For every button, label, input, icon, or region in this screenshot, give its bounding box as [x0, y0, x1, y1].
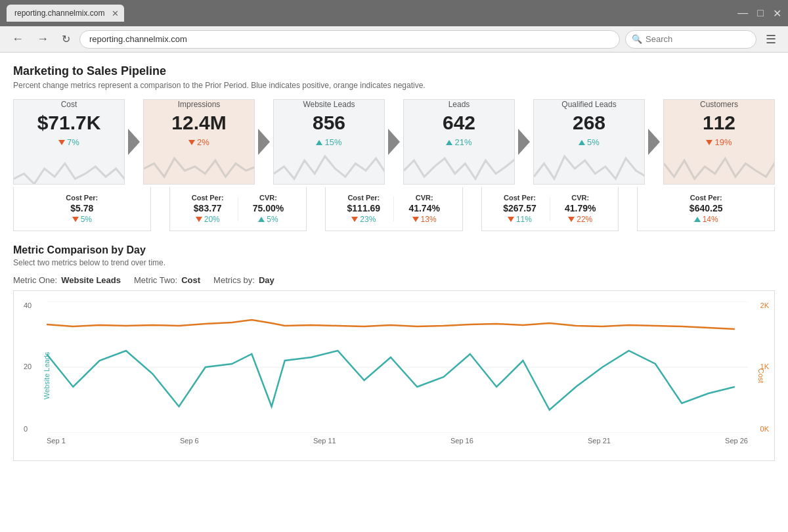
card-label: Impressions — [144, 100, 254, 109]
stat-arrow-spacer — [307, 187, 325, 231]
x-tick-sep6: Sep 6 — [180, 437, 199, 445]
page-subtitle: Percent change metrics represent a compa… — [13, 81, 775, 90]
pipeline-card-leads[interactable]: Leads 642 21% — [403, 99, 515, 185]
y-label-right: Cost — [758, 368, 766, 384]
card-value: 268 — [534, 112, 644, 133]
chart-container: Website Leads Cost 40 20 0 2K 1K 0K — [13, 290, 775, 461]
pipeline-arrow — [125, 99, 143, 185]
stat-label-2: CVR: — [394, 194, 454, 202]
pipeline-card-website-leads[interactable]: Website Leads 856 15% — [273, 99, 385, 185]
stat-change-2: 5% — [238, 215, 298, 224]
stat-change: 14% — [646, 215, 766, 224]
address-bar[interactable] — [79, 30, 620, 49]
card-label: Customers — [664, 100, 774, 109]
card-value: $71.7K — [14, 112, 124, 133]
nav-bar: ← → ↻ 🔍 ☰ — [0, 26, 788, 53]
stat-cost: Cost Per: $5.78 5% — [13, 187, 151, 231]
pipeline-card-qualified-leads[interactable]: Qualified Leads 268 5% — [533, 99, 645, 185]
maximize-button[interactable]: □ — [757, 7, 764, 20]
stat-change-1: 23% — [334, 215, 393, 224]
browser-search-input[interactable] — [625, 30, 756, 49]
stat-value: $640.25 — [646, 203, 766, 213]
metric-two-label: Metric Two: — [134, 275, 177, 285]
pipeline-card-cost[interactable]: Cost $71.7K 7% — [13, 99, 125, 185]
tab-close-button[interactable]: ✕ — [112, 9, 119, 18]
title-bar: reporting.channelmix.com ✕ — □ ✕ — [0, 0, 788, 26]
search-icon: 🔍 — [632, 34, 642, 44]
refresh-button[interactable]: ↻ — [58, 32, 74, 47]
card-value: 642 — [404, 112, 514, 133]
forward-button[interactable]: → — [33, 31, 53, 47]
stat-label: Cost Per: — [646, 194, 766, 202]
pipeline-card-impressions[interactable]: Impressions 12.4M 2% — [143, 99, 255, 185]
metric-one-label: Metric One: — [13, 275, 57, 285]
chart-svg — [47, 301, 748, 433]
browser-tab[interactable]: reporting.channelmix.com ✕ — [7, 5, 124, 22]
card-label: Qualified Leads — [534, 100, 644, 109]
y-tick-0k: 0K — [760, 425, 769, 433]
stat-double-1: Cost Per: $83.77 20% CVR: 75.00% 5% — [169, 187, 307, 231]
metric-controls: Metric One: Website Leads Metric Two: Co… — [13, 275, 775, 285]
x-tick-sep16: Sep 16 — [450, 437, 473, 445]
stat-value-1: $111.69 — [334, 203, 393, 213]
stat-value: $5.78 — [22, 203, 142, 213]
stat-label-2: CVR: — [238, 194, 298, 202]
browser-menu-button[interactable]: ☰ — [762, 31, 780, 48]
stat-change: 5% — [22, 215, 142, 224]
stat-arrow-spacer — [151, 187, 169, 231]
x-axis: Sep 1 Sep 6 Sep 11 Sep 16 Sep 21 Sep 26 — [47, 437, 748, 445]
stat-customers: Cost Per: $640.25 14% — [637, 187, 775, 231]
stat-value-1: $83.77 — [178, 203, 238, 213]
metric-two-value: Cost — [181, 275, 200, 285]
x-tick-sep21: Sep 21 — [588, 437, 611, 445]
close-button[interactable]: ✕ — [773, 7, 781, 20]
stat-arrow-spacer-last — [619, 187, 637, 231]
y-tick-1k: 1K — [760, 363, 769, 370]
stat-double-2: Cost Per: $111.69 23% CVR: 41.74% 13% — [325, 187, 463, 231]
stat-double-3: Cost Per: $267.57 11% CVR: 41.79% 22% — [481, 187, 619, 231]
stat-label-2: CVR: — [550, 194, 610, 202]
stat-change-2: 13% — [394, 215, 454, 224]
pipeline-row: Cost $71.7K 7% Impressions 12.4M 2% Webs… — [13, 99, 775, 185]
x-tick-sep26: Sep 26 — [725, 437, 748, 445]
y-tick-0: 0 — [24, 425, 28, 433]
stat-value-2: 41.74% — [394, 203, 454, 213]
metric-one-value: Website Leads — [61, 275, 121, 285]
stat-change-2: 22% — [550, 215, 610, 224]
metrics-by-label: Metrics by: — [213, 275, 255, 285]
stat-change-1: 20% — [178, 215, 238, 224]
card-value: 12.4M — [144, 112, 254, 133]
stat-label-1: Cost Per: — [490, 194, 550, 202]
minimize-button[interactable]: — — [737, 7, 748, 20]
stat-label: Cost Per: — [22, 194, 142, 202]
metric-comparison-section: Metric Comparison by Day Select two metr… — [13, 244, 775, 461]
pipeline-arrow — [515, 99, 533, 185]
pipeline-arrow — [645, 99, 663, 185]
stat-change-1: 11% — [490, 215, 550, 224]
pipeline-arrow — [255, 99, 273, 185]
metric-comparison-title: Metric Comparison by Day — [13, 244, 775, 256]
pipeline-arrow — [385, 99, 403, 185]
metric-comparison-subtitle: Select two metrics below to trend over t… — [13, 258, 775, 267]
x-tick-sep1: Sep 1 — [47, 437, 66, 445]
card-value: 856 — [274, 112, 384, 133]
stat-value-1: $267.57 — [490, 203, 550, 213]
stat-label-1: Cost Per: — [334, 194, 393, 202]
card-label: Leads — [404, 100, 514, 109]
stat-arrow-spacer — [463, 187, 481, 231]
stats-row: Cost Per: $5.78 5% Cost Per: $83.77 20% … — [13, 187, 775, 231]
page-title: Marketing to Sales Pipeline — [13, 64, 775, 78]
stat-label-1: Cost Per: — [178, 194, 238, 202]
stat-value-2: 41.79% — [550, 203, 610, 213]
pipeline-card-customers[interactable]: Customers 112 19% — [663, 99, 775, 185]
metrics-by-value: Day — [259, 275, 274, 285]
y-tick-20: 20 — [24, 363, 32, 370]
card-label: Cost — [14, 100, 124, 109]
card-label: Website Leads — [274, 100, 384, 109]
page-content: Marketing to Sales Pipeline Percent chan… — [0, 53, 788, 532]
back-button[interactable]: ← — [8, 31, 28, 47]
tab-label: reporting.channelmix.com — [14, 9, 104, 18]
y-tick-2k: 2K — [760, 301, 769, 309]
x-tick-sep11: Sep 11 — [313, 437, 336, 445]
stat-value-2: 75.00% — [238, 203, 298, 213]
